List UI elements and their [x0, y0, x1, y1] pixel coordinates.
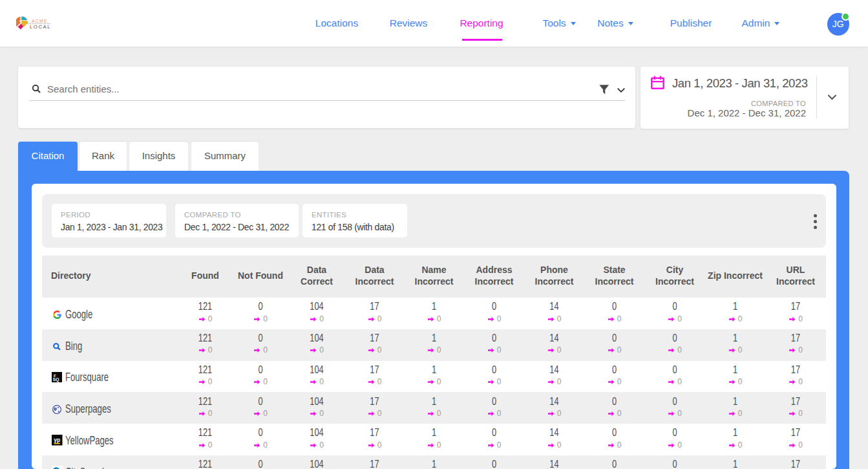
svg-text:SQ: SQ [53, 377, 59, 382]
svg-text:yp: yp [54, 437, 60, 443]
svg-text:ACME: ACME [32, 19, 48, 23]
svg-text:LOCAL: LOCAL [30, 24, 51, 30]
